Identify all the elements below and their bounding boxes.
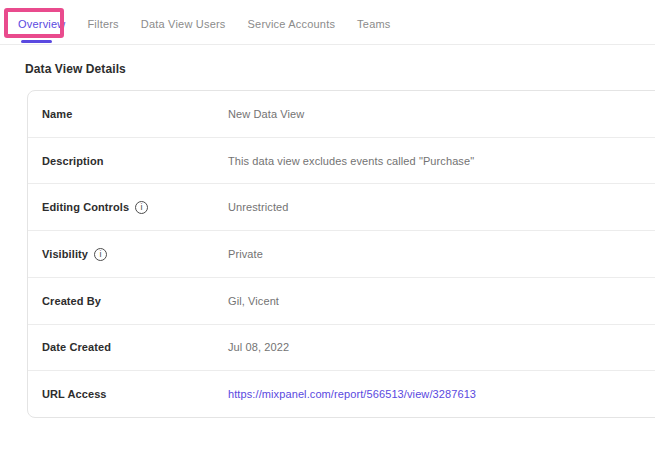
row-label-text: Name	[42, 108, 72, 120]
row-label: Editing Controlsi	[42, 201, 228, 214]
row-label: Description	[42, 155, 228, 167]
tab-filters[interactable]: Filters	[87, 17, 118, 31]
row-value: This data view excludes events called "P…	[228, 155, 474, 167]
tab-service-accounts[interactable]: Service Accounts	[248, 17, 336, 31]
row-label: Name	[42, 108, 228, 120]
row-label: Date Created	[42, 341, 228, 353]
table-row: DescriptionThis data view excludes event…	[28, 137, 655, 184]
table-row: Created ByGil, Vicent	[28, 277, 655, 324]
row-label: Visibilityi	[42, 248, 228, 261]
row-label-text: Date Created	[42, 341, 111, 353]
info-icon[interactable]: i	[135, 201, 148, 214]
data-view-details-card: NameNew Data ViewDescriptionThis data vi…	[27, 90, 655, 418]
row-label-text: Editing Controls	[42, 201, 129, 213]
table-row: VisibilityiPrivate	[28, 230, 655, 277]
row-value: Gil, Vicent	[228, 295, 279, 307]
url-access-link[interactable]: https://mixpanel.com/report/566513/view/…	[228, 388, 476, 400]
row-value: New Data View	[228, 108, 304, 120]
row-label-text: Description	[42, 155, 104, 167]
row-label: URL Access	[42, 388, 228, 400]
tab-data-view-users[interactable]: Data View Users	[141, 17, 226, 31]
row-label-text: URL Access	[42, 388, 107, 400]
page-title: Data View Details	[25, 62, 126, 76]
tab-overview[interactable]: Overview	[18, 17, 65, 31]
row-label: Created By	[42, 295, 228, 307]
row-value: Unrestricted	[228, 201, 289, 213]
tab-list: OverviewFiltersData View UsersService Ac…	[18, 17, 391, 31]
row-value: Jul 08, 2022	[228, 341, 289, 353]
row-label-text: Created By	[42, 295, 101, 307]
table-row: Editing ControlsiUnrestricted	[28, 183, 655, 230]
row-value: Private	[228, 248, 263, 260]
table-row: Date CreatedJul 08, 2022	[28, 324, 655, 371]
info-icon[interactable]: i	[94, 248, 107, 261]
table-row: URL Accesshttps://mixpanel.com/report/56…	[28, 370, 655, 417]
active-tab-underline	[21, 40, 52, 43]
table-row: NameNew Data View	[28, 91, 655, 137]
tab-teams[interactable]: Teams	[357, 17, 390, 31]
tab-bar: OverviewFiltersData View UsersService Ac…	[0, 0, 655, 45]
row-label-text: Visibility	[42, 248, 88, 260]
